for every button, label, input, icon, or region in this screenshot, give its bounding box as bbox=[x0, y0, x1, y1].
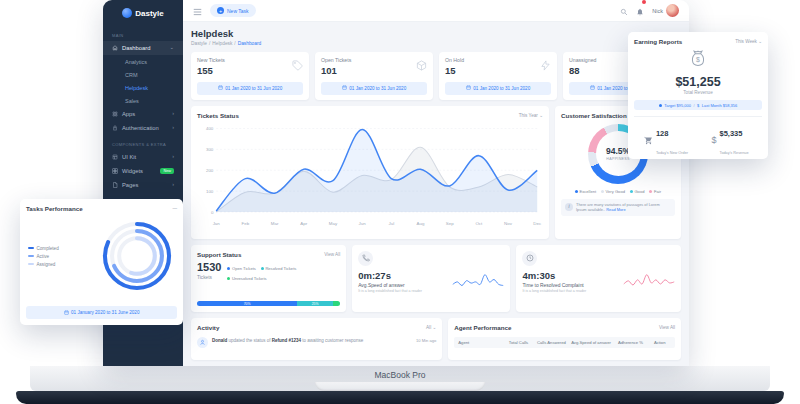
satisfaction-note: i There are many variations of passages … bbox=[561, 199, 675, 217]
read-more-link[interactable]: Read More bbox=[606, 207, 625, 212]
legend-item: Excellent bbox=[575, 189, 596, 194]
user-menu[interactable]: Nick bbox=[652, 4, 679, 17]
laptop-lip bbox=[315, 382, 485, 391]
breadcrumb-item[interactable]: Dastyle bbox=[191, 41, 207, 46]
search-icon bbox=[620, 8, 628, 16]
clock-icon bbox=[526, 254, 534, 262]
earning-reports-card: Earning Reports This Week ⌄ $ $51,255 To… bbox=[628, 32, 768, 159]
resolve-sparkline-chart bbox=[622, 271, 676, 291]
bar-segment bbox=[333, 301, 340, 306]
stat-value: 101 bbox=[321, 65, 351, 76]
topbar: + New Task Nick bbox=[183, 0, 689, 22]
column-header[interactable]: Avg.Speed of answer bbox=[569, 340, 612, 345]
laptop-front-edge bbox=[16, 391, 784, 404]
view-all-link[interactable]: View All bbox=[659, 325, 675, 330]
date-range-button[interactable]: 01 Jan 2020 to 31 Jun 2020 bbox=[445, 82, 551, 95]
total-revenue-label: Total Revenue bbox=[634, 90, 762, 95]
notification-badge bbox=[642, 0, 646, 4]
breadcrumb-item[interactable]: Helpdesk bbox=[212, 41, 232, 46]
svg-text:Feb: Feb bbox=[242, 221, 250, 226]
tickets-total: 1530 bbox=[197, 262, 221, 273]
svg-text:Dec: Dec bbox=[533, 221, 542, 226]
todays-orders: 128Today's New Order bbox=[634, 122, 698, 158]
legend-dot bbox=[630, 190, 633, 193]
view-all-link[interactable]: View All bbox=[324, 252, 340, 257]
sidebar-item-widgets[interactable]: Widgets New bbox=[103, 164, 183, 178]
last-month-label: Last Month $58,356 bbox=[702, 103, 737, 108]
user-name: Nick bbox=[652, 8, 663, 14]
sidebar-item-authentication[interactable]: Authentication › bbox=[103, 121, 183, 135]
dollar-icon: $ bbox=[711, 135, 716, 145]
sidebar-item-dashboard[interactable]: Dashboard ⌄ bbox=[103, 41, 183, 55]
chevron-right-icon: › bbox=[172, 125, 174, 131]
column-header[interactable]: Calls Answered bbox=[534, 340, 570, 345]
column-header[interactable]: Total Calls bbox=[503, 340, 533, 345]
new-badge: New bbox=[160, 168, 174, 174]
stats-row: New Tickets 155 01 Jan 2020 to 31 Jun 20… bbox=[191, 52, 681, 100]
svg-text:Aug: Aug bbox=[417, 221, 425, 226]
avatar bbox=[666, 4, 679, 17]
range-dropdown[interactable]: This Year ⌄ bbox=[519, 113, 543, 118]
page-head: Helpdesk Dastyle / Helpdesk / Dashboard bbox=[191, 28, 681, 46]
separator: / bbox=[693, 103, 694, 108]
sidebar-item-label: Apps bbox=[122, 111, 135, 117]
new-task-button[interactable]: + New Task bbox=[210, 4, 256, 17]
svg-text:Oct: Oct bbox=[475, 221, 483, 226]
svg-text:Mar: Mar bbox=[271, 221, 279, 226]
panel-title: Support Status bbox=[197, 251, 241, 258]
legend-item: Unresolved Tickets bbox=[227, 276, 266, 281]
chevron-down-icon: ⌄ bbox=[539, 113, 543, 118]
box-icon bbox=[416, 57, 427, 75]
sidebar-item-helpdesk[interactable]: Helpdesk bbox=[103, 81, 183, 94]
sidebar-item-apps[interactable]: Apps › bbox=[103, 107, 183, 121]
notifications-button[interactable] bbox=[636, 2, 644, 20]
column-header[interactable]: Agent bbox=[458, 340, 503, 345]
avg-speed-panel: 0m:27s Avg.Speed of answer It is a long … bbox=[352, 245, 510, 313]
collapse-button[interactable]: — bbox=[172, 206, 177, 211]
tasks-rings-chart bbox=[99, 218, 175, 294]
date-range-button[interactable]: 01 Jan 2020 to 31 Jun 2020 bbox=[321, 82, 427, 95]
resolve-time-panel: 4m:30s Time to Resolved Complaint It is … bbox=[516, 245, 681, 313]
activity-item[interactable]: Donald updated the status of Refund #123… bbox=[197, 337, 436, 348]
sidebar-item-label: Pages bbox=[122, 182, 138, 188]
sidebar-item-label: Dashboard bbox=[122, 45, 150, 51]
activity-filter-dropdown[interactable]: All ⌄ bbox=[426, 325, 436, 330]
panel-title: Tickets Status bbox=[197, 112, 239, 119]
stat-card-open-tickets: Open Tickets 101 01 Jan 2020 to 31 Jun 2… bbox=[315, 52, 433, 100]
calendar-icon bbox=[218, 85, 223, 91]
search-button[interactable] bbox=[620, 2, 628, 20]
widgets-icon bbox=[112, 168, 118, 174]
column-header[interactable]: Action bbox=[648, 340, 671, 345]
chevron-down-icon: ⌄ bbox=[169, 45, 174, 51]
sidebar-item-label: UI Kit bbox=[122, 154, 136, 160]
svg-text:Sep: Sep bbox=[446, 221, 454, 226]
stat-label: Open Tickets bbox=[321, 57, 351, 63]
sidebar-item-pages[interactable]: Pages › bbox=[103, 178, 183, 192]
tasks-date-range-button[interactable]: 01 January 2020 to 31 June 2020 bbox=[26, 306, 177, 319]
earnings-range-dropdown[interactable]: This Week ⌄ bbox=[735, 39, 762, 44]
home-icon bbox=[112, 45, 118, 51]
sidebar-item-analytics[interactable]: Analytics bbox=[103, 55, 183, 68]
stat-value: 88 bbox=[569, 65, 596, 76]
bell-icon bbox=[636, 8, 644, 16]
orders-label: Today's New Order bbox=[656, 151, 688, 155]
bar-segment: 70% bbox=[197, 301, 297, 306]
sidebar-item-sales[interactable]: Sales bbox=[103, 94, 183, 107]
legend-item: Fair bbox=[649, 189, 661, 194]
app-logo[interactable]: Dastyle bbox=[103, 0, 183, 26]
revenue-value: $5,335 bbox=[720, 129, 743, 138]
sidebar-item-crm[interactable]: CRM bbox=[103, 68, 183, 81]
date-range-button[interactable]: 01 Jan 2020 to 31 Jun 2020 bbox=[197, 82, 303, 95]
activity-panel: Activity All ⌄ Donald updated the status… bbox=[191, 318, 442, 360]
breadcrumb-separator: / bbox=[234, 41, 235, 46]
satisfaction-legend: Excellent Very Good Good Fair bbox=[561, 189, 675, 194]
svg-text:Apr: Apr bbox=[300, 221, 307, 226]
sidebar-item-uikit[interactable]: UI Kit › bbox=[103, 150, 183, 164]
logo-icon bbox=[122, 8, 132, 18]
breadcrumb: Dastyle / Helpdesk / Dashboard bbox=[191, 41, 681, 46]
column-header[interactable]: Adherence % bbox=[613, 340, 649, 345]
charts-row: Tickets Status This Year ⌄ 0100200300400… bbox=[191, 106, 681, 239]
info-icon: i bbox=[565, 203, 573, 211]
panel-title: Earning Reports bbox=[634, 38, 682, 45]
menu-toggle-button[interactable] bbox=[193, 2, 202, 20]
